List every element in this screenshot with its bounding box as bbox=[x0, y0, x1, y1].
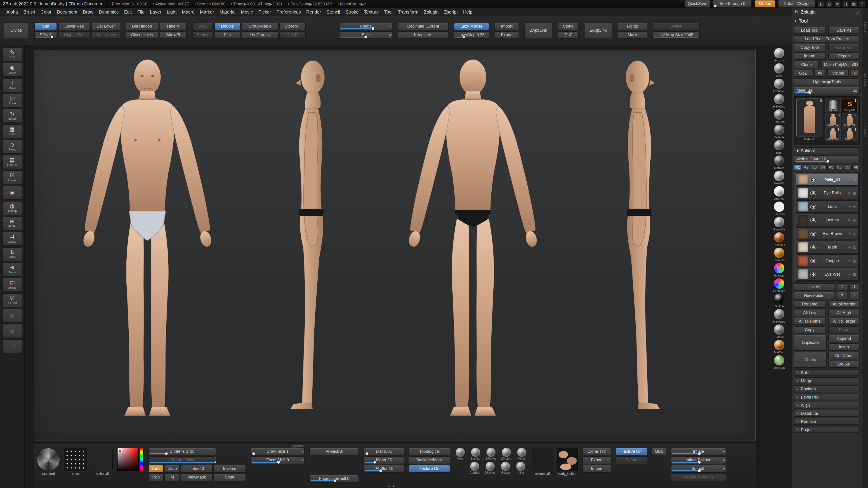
camera-icon[interactable]: ▣ bbox=[2, 186, 22, 200]
menu-item[interactable]: Document bbox=[54, 9, 80, 15]
material-item[interactable]: HSVColo bbox=[773, 78, 785, 93]
back-icon[interactable]: ‹ bbox=[795, 18, 796, 24]
menu-item[interactable]: Color bbox=[38, 9, 54, 15]
scroll-tool[interactable]: ⇅ Scrol bbox=[2, 247, 22, 261]
toolbar-button[interactable]: Del Hidden bbox=[126, 22, 158, 30]
toolbar-button[interactable]: Switch bbox=[653, 22, 700, 30]
menu-item[interactable]: Tool bbox=[381, 9, 395, 15]
subtool-action-button[interactable]: ↥ bbox=[837, 283, 847, 291]
uv-icon[interactable]: ▦ bbox=[853, 191, 856, 195]
projection-shell-slider[interactable]: ProjectionShell 0 bbox=[309, 475, 359, 483]
zoom-tool[interactable]: ⊕ Zoom bbox=[2, 263, 22, 276]
sculpt-mode-button[interactable]: Zsub bbox=[164, 465, 180, 473]
view-tab[interactable]: V2 bbox=[802, 164, 810, 170]
material-item[interactable]: MetalliC bbox=[774, 171, 784, 185]
menu-item[interactable]: Stroke bbox=[343, 9, 361, 15]
subtool-row[interactable]: Tongue ✏ ▦ bbox=[795, 254, 859, 267]
subtool-action-button[interactable]: Paste bbox=[828, 326, 860, 333]
delete-option-button[interactable]: Del All bbox=[828, 361, 860, 368]
drag-grip[interactable] bbox=[864, 74, 866, 86]
move-tool[interactable]: ✛ Move bbox=[2, 78, 22, 92]
menu-item[interactable]: Transform bbox=[395, 9, 421, 15]
toolbar-button[interactable]: Higher Res bbox=[58, 31, 90, 39]
uv-icon[interactable]: ▦ bbox=[853, 177, 856, 182]
edit-tool[interactable]: ✎ Edit bbox=[2, 47, 22, 61]
deformation-slider[interactable]: Repeat To Active bbox=[671, 474, 726, 481]
toolbar-button[interactable]: Grow bbox=[192, 22, 213, 30]
extra-icon-1[interactable]: ▧ bbox=[2, 308, 22, 323]
toolbar-button[interactable]: Lazy Mouse bbox=[454, 22, 489, 30]
material-item[interactable]: ReflectY bbox=[774, 248, 784, 262]
tray-nav-arrows[interactable]: ◂ ▸ bbox=[388, 484, 397, 488]
xpose-button[interactable]: ⇉ Xpose bbox=[2, 232, 22, 246]
duplicate-button[interactable]: Duplicate bbox=[794, 335, 827, 351]
subtool-action-button[interactable]: List All bbox=[794, 283, 835, 291]
mask-toggle-button[interactable]: Texture On bbox=[409, 465, 450, 473]
uv-icon[interactable]: ▦ bbox=[853, 259, 856, 263]
layout-icon[interactable]: ▥ bbox=[826, 1, 833, 7]
toolbar-button[interactable]: Lights bbox=[618, 22, 647, 30]
subtool-row[interactable]: Lashes ✏ ▦ bbox=[795, 214, 859, 226]
tool-thumbnail[interactable]: 8 Male_02 bbox=[825, 113, 841, 127]
collapsed-subpalette[interactable]: ▸ Boolean bbox=[794, 385, 860, 392]
sculpt-mode-button[interactable]: Zadd bbox=[148, 465, 164, 473]
draw-tool[interactable]: ◉ Draw bbox=[2, 63, 22, 77]
transp-toggle[interactable]: ◍ Transp bbox=[2, 201, 22, 215]
color-picker[interactable] bbox=[117, 448, 144, 486]
collapsed-subpalette[interactable]: ▸ Split bbox=[794, 369, 860, 376]
toolbar-button[interactable]: DelMT bbox=[279, 31, 306, 39]
mask-toggle-button[interactable]: BackfaceMask bbox=[409, 456, 450, 464]
layout-icon[interactable]: ◧ bbox=[818, 1, 825, 7]
menu-item[interactable]: Picker bbox=[256, 9, 274, 15]
subtool-action-button[interactable]: New Folder bbox=[794, 292, 835, 299]
toolbar-button[interactable]: Decimate Current bbox=[398, 22, 448, 30]
view-tab[interactable]: V6 bbox=[835, 164, 843, 170]
tool-palette-button[interactable]: All bbox=[814, 70, 826, 77]
saturation-value-square[interactable] bbox=[117, 448, 139, 471]
toolbar-button[interactable]: Smt bbox=[34, 22, 57, 30]
subtool-action-button[interactable]: ↧ bbox=[849, 283, 860, 291]
deformation-slider[interactable]: Inflate bbox=[671, 448, 726, 455]
toolbar-button[interactable]: Close Holes bbox=[126, 31, 158, 39]
collapsed-subpalette[interactable]: ▸ Align bbox=[794, 402, 860, 409]
intensity-slider[interactable]: Rgb Intensity bbox=[148, 456, 216, 464]
collapsed-subpalette[interactable]: ▸ Project bbox=[794, 426, 860, 433]
menu-item[interactable]: Preferences bbox=[274, 9, 304, 15]
view-tab[interactable]: V8 bbox=[852, 164, 860, 170]
menus-button[interactable]: Menus bbox=[754, 0, 775, 8]
quick-brush[interactable]: ClayBuil bbox=[469, 462, 480, 474]
menu-item[interactable]: Draw bbox=[80, 9, 96, 15]
menu-item[interactable]: Texture bbox=[361, 9, 381, 15]
toolbar-button[interactable]: Import bbox=[495, 22, 519, 30]
menu-item[interactable]: Help bbox=[460, 9, 475, 15]
menu-item[interactable]: Edit bbox=[121, 9, 134, 15]
material-item[interactable]: FastSha bbox=[774, 109, 784, 123]
collapsed-subpalette[interactable]: ▸ Remesh bbox=[794, 418, 860, 425]
material-item[interactable]: MatCap bbox=[774, 340, 784, 354]
deformation-slider[interactable]: Smooth bbox=[671, 465, 726, 473]
toolbar-button[interactable]: Lower Res bbox=[58, 22, 90, 30]
tool-thumbnail[interactable]: Cylinder bbox=[825, 98, 841, 112]
subtool-action-button[interactable]: All To Home bbox=[794, 318, 826, 325]
gizmo-cube-icon[interactable]: ❑ bbox=[2, 339, 22, 353]
see-through-slider[interactable]: See-through 0 bbox=[713, 0, 752, 8]
active-tool-slider[interactable]: Male_34. 51 bbox=[794, 87, 860, 94]
tool-thumbnail[interactable]: 8 Male_3 bbox=[842, 127, 858, 141]
visibility-eye-icon[interactable] bbox=[810, 191, 816, 195]
persp-toggle[interactable]: ◇ Persp bbox=[2, 140, 22, 154]
polypaint-icon[interactable]: ✏ bbox=[848, 177, 851, 182]
actual-size-button[interactable]: ◱ Actual bbox=[2, 278, 22, 292]
projection-slider[interactable]: Dist 0.01 bbox=[364, 448, 404, 455]
menu-item[interactable]: Movie bbox=[238, 9, 256, 15]
active-tool-thumbnail[interactable]: 8 bbox=[796, 98, 823, 136]
tool-palette-button[interactable]: Save As bbox=[828, 27, 860, 34]
quick-brush[interactable]: ZProject bbox=[501, 448, 512, 460]
tool-palette-button[interactable]: Load Tools From Project bbox=[794, 35, 860, 42]
material-item[interactable]: Reflecte bbox=[774, 125, 784, 139]
mask-toggle-button[interactable]: Topological bbox=[409, 448, 450, 455]
rotate-tool[interactable]: ↻ Rotate bbox=[2, 109, 22, 123]
uv-icon[interactable]: ▦ bbox=[853, 232, 856, 236]
menu-item[interactable]: Light bbox=[164, 9, 179, 15]
tool-palette-button[interactable]: Export bbox=[828, 53, 860, 60]
texture-thumbnail[interactable] bbox=[557, 448, 578, 471]
